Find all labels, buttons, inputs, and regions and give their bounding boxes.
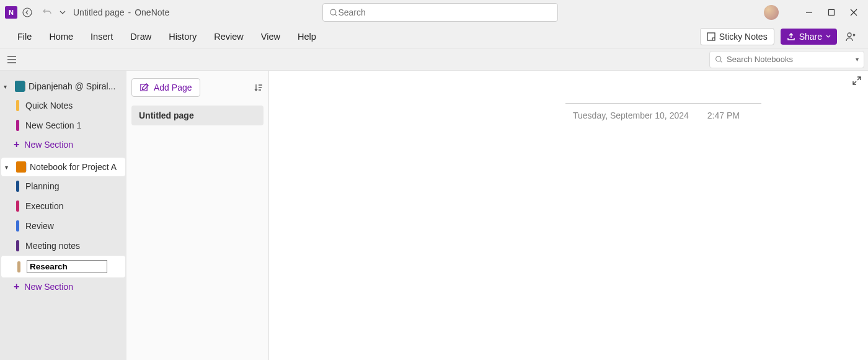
svg-rect-2	[829, 10, 835, 16]
page-item-label: Untitled page	[139, 110, 194, 120]
search-icon	[715, 55, 723, 63]
new-section-button[interactable]: + New Section	[0, 135, 126, 154]
quick-access-dropdown[interactable]	[57, 2, 68, 22]
notebook-label: Dipanjenah @ Spiral...	[29, 81, 123, 91]
chevron-down-icon[interactable]: ▾	[856, 56, 859, 63]
chevron-down-icon[interactable]: ▾	[4, 83, 11, 90]
svg-point-5	[716, 56, 721, 61]
section-row[interactable]: Planning	[0, 176, 126, 196]
section-color-tab	[17, 261, 20, 272]
section-row[interactable]: Quick Notes	[0, 96, 126, 115]
page-list-panel: Add Page Untitled page	[126, 71, 269, 360]
section-color-tab	[16, 220, 19, 232]
ribbon-tabs: File Home Insert Draw History Review Vie…	[0, 25, 868, 48]
section-row[interactable]: Meeting notes	[0, 236, 126, 256]
svg-point-1	[330, 9, 336, 15]
menu-view[interactable]: View	[254, 28, 288, 45]
sticky-notes-label: Sticky Notes	[719, 32, 768, 42]
notebook-row[interactable]: ▾ Notebook for Project A	[1, 158, 125, 176]
section-row-editing[interactable]	[1, 256, 125, 277]
fullscreen-button[interactable]	[852, 76, 862, 86]
notebook-search[interactable]: ▾	[709, 51, 864, 68]
sticky-note-icon	[707, 32, 715, 41]
plus-icon: +	[14, 281, 19, 292]
main-area: ▾ Dipanjenah @ Spiral... Quick Notes New…	[0, 71, 868, 360]
section-color-tab	[16, 200, 19, 212]
section-color-tab	[16, 100, 19, 111]
global-search[interactable]	[322, 3, 558, 22]
new-section-label: New Section	[24, 282, 73, 292]
svg-point-0	[23, 8, 32, 17]
maximize-button[interactable]	[827, 8, 836, 17]
notebook-row[interactable]: ▾ Dipanjenah @ Spiral...	[0, 77, 126, 96]
section-rename-input[interactable]	[27, 260, 107, 273]
note-time: 2:47 PM	[707, 110, 740, 120]
onenote-app-icon: N	[5, 6, 17, 19]
section-row[interactable]: Review	[0, 216, 126, 236]
minimize-button[interactable]	[805, 8, 813, 17]
share-button[interactable]: Share	[781, 29, 837, 45]
notebook-icon	[16, 161, 26, 173]
close-button[interactable]	[849, 8, 858, 17]
section-label: Quick Notes	[25, 101, 73, 110]
compose-icon	[140, 83, 149, 92]
sort-button[interactable]	[254, 83, 264, 92]
share-label: Share	[799, 32, 822, 42]
section-label: Execution	[25, 201, 63, 211]
note-canvas[interactable]: Tuesday, September 10, 2024 2:47 PM	[269, 71, 868, 360]
navigation-toolbar: ▾	[0, 48, 868, 71]
add-page-label: Add Page	[154, 83, 192, 92]
section-label: New Section 1	[25, 120, 81, 130]
chevron-down-icon[interactable]: ▾	[5, 164, 12, 171]
menu-file[interactable]: File	[10, 28, 39, 45]
window-title-sep: -	[128, 7, 131, 17]
user-avatar[interactable]	[764, 5, 779, 20]
section-color-tab	[16, 120, 19, 131]
menu-review[interactable]: Review	[206, 28, 251, 45]
search-icon	[329, 8, 338, 17]
menu-insert[interactable]: Insert	[83, 28, 120, 45]
notebook-icon	[15, 81, 25, 92]
note-metadata: Tuesday, September 10, 2024 2:47 PM	[573, 110, 740, 120]
svg-point-4	[848, 33, 851, 37]
menu-home[interactable]: Home	[42, 28, 81, 45]
menu-help[interactable]: Help	[290, 28, 324, 45]
sticky-notes-button[interactable]: Sticky Notes	[700, 28, 774, 45]
menu-draw[interactable]: Draw	[123, 28, 159, 45]
page-item[interactable]: Untitled page	[131, 106, 264, 125]
menu-history[interactable]: History	[161, 28, 204, 45]
section-color-tab	[16, 240, 19, 251]
plus-icon: +	[14, 139, 19, 150]
global-search-input[interactable]	[338, 7, 551, 17]
titlebar: N Untitled page - OneNote	[0, 0, 868, 25]
section-row[interactable]: New Section 1	[0, 115, 126, 135]
chevron-down-icon	[826, 34, 831, 39]
notebook-sidebar: ▾ Dipanjenah @ Spiral... Quick Notes New…	[0, 71, 126, 360]
section-color-tab	[16, 181, 19, 192]
new-section-label: New Section	[24, 140, 73, 150]
share-icon	[787, 32, 795, 41]
add-page-button[interactable]: Add Page	[131, 78, 200, 97]
notebook-label: Notebook for Project A	[30, 162, 122, 172]
section-label: Planning	[25, 181, 60, 191]
new-section-button[interactable]: + New Section	[0, 277, 126, 296]
svg-rect-3	[707, 33, 715, 40]
section-label: Meeting notes	[25, 241, 80, 251]
back-button[interactable]	[17, 2, 37, 22]
nav-toggle-button[interactable]	[4, 52, 20, 68]
undo-button[interactable]	[37, 2, 57, 22]
page-list-header: Add Page	[131, 78, 264, 97]
notebook-search-input[interactable]	[727, 55, 852, 64]
section-row[interactable]: Execution	[0, 196, 126, 216]
contacts-icon[interactable]	[843, 29, 858, 44]
window-title-app: OneNote	[135, 7, 169, 17]
window-title-page: Untitled page	[73, 7, 125, 17]
note-date: Tuesday, September 10, 2024	[573, 110, 689, 120]
title-underline	[565, 103, 761, 104]
section-label: Review	[25, 221, 54, 231]
